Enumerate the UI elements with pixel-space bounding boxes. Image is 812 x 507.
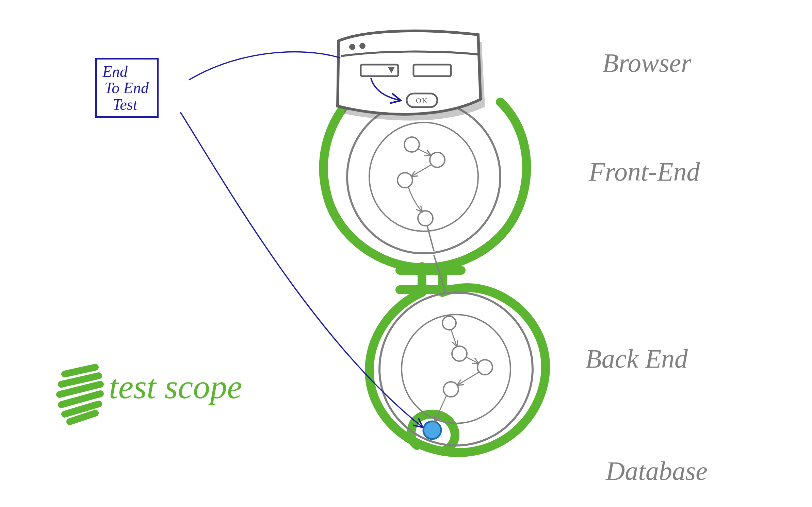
layer-label-backend: Back End [585,343,688,374]
svg-point-3 [430,152,445,167]
module-connector [427,225,445,292]
svg-point-5 [418,211,433,226]
svg-line-6 [427,225,434,251]
backend-module [379,292,533,445]
layer-label-frontend: Front-End [589,156,700,187]
e2e-line-3: Test [102,97,149,113]
svg-point-10 [442,316,456,330]
layer-label-database: Database [606,456,708,486]
legend-label: test scope [109,367,242,406]
e2e-line-2: To End [102,80,149,96]
test-scope-outline [324,99,546,453]
database-node-icon [423,421,441,439]
svg-point-12 [477,360,492,375]
layer-label-browser: Browser [602,48,691,78]
svg-point-0 [347,100,500,253]
browser-ok-label: OK [416,96,428,105]
end-to-end-test-box: End To End Test [95,58,159,118]
svg-point-13 [443,382,458,397]
svg-point-11 [452,346,467,361]
frontend-module [347,100,500,253]
svg-rect-17 [413,65,451,76]
e2e-line-1: End [102,64,149,80]
svg-point-4 [397,173,412,188]
svg-point-8 [379,292,533,445]
test-scope-swatch-icon [60,367,100,422]
svg-point-14 [349,44,355,50]
legend: test scope [109,367,242,406]
svg-point-9 [402,315,510,423]
browser-window-icon: OK [338,31,485,121]
svg-point-2 [404,137,419,152]
svg-point-15 [359,43,366,49]
